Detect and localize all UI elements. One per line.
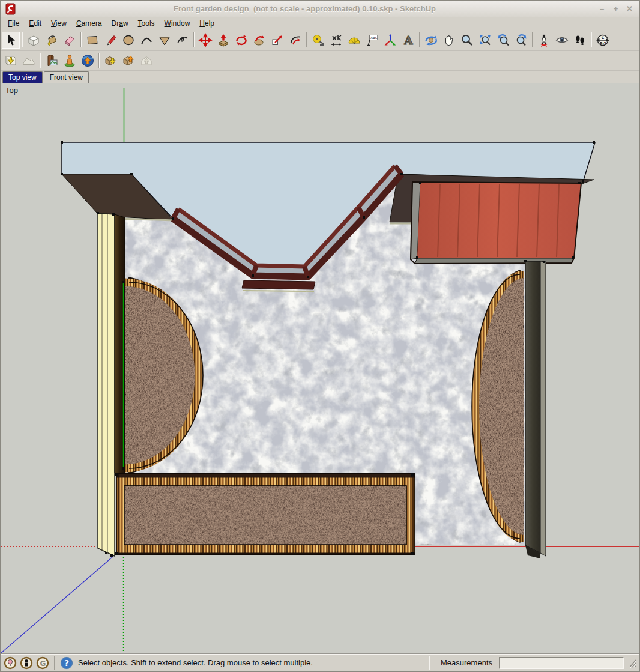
place-model-icon xyxy=(62,53,77,68)
zoom-next-tool-button[interactable] xyxy=(512,32,530,49)
viewport-canvas[interactable] xyxy=(1,83,639,653)
dimension-tool-button[interactable] xyxy=(327,32,345,49)
bay-window-sill xyxy=(242,280,315,289)
share-model-icon xyxy=(121,53,136,68)
rotate-tool-button[interactable] xyxy=(232,32,250,49)
help-icon[interactable]: ? xyxy=(60,656,73,670)
right-fence[interactable] xyxy=(525,261,546,558)
orbit-tool-button[interactable] xyxy=(422,32,440,49)
zoom-tool-button[interactable] xyxy=(458,32,476,49)
rectangle-tool-button[interactable] xyxy=(83,32,101,49)
photo-textures-button[interactable] xyxy=(43,52,61,69)
menu-edit[interactable]: Edit xyxy=(24,18,46,29)
menu-help[interactable]: Help xyxy=(195,18,219,29)
compass-tool-button[interactable]: CR-5 xyxy=(594,32,612,49)
freehand-tool-button[interactable] xyxy=(174,32,192,49)
get-current-view-button[interactable] xyxy=(2,52,20,69)
sketchup-logo-icon xyxy=(5,3,16,15)
get-models-button[interactable] xyxy=(101,52,119,69)
look-around-icon xyxy=(555,33,569,47)
garage-roof[interactable] xyxy=(411,182,581,264)
zoom-next-icon xyxy=(514,33,528,47)
position-camera-tool-button[interactable] xyxy=(535,32,553,49)
look-around-tool-button[interactable] xyxy=(553,32,571,49)
signin-icon[interactable]: G xyxy=(36,656,49,670)
toolbar-separator xyxy=(193,32,195,47)
orbit-icon xyxy=(424,33,438,47)
bottom-planter[interactable] xyxy=(116,473,415,555)
measurements-label: Measurements xyxy=(441,658,492,667)
menu-tools[interactable]: Tools xyxy=(133,18,160,29)
pan-icon xyxy=(442,33,456,47)
make-component-icon xyxy=(26,33,41,47)
statusbar-separator xyxy=(429,656,430,670)
get-models-icon xyxy=(103,53,118,68)
menu-camera[interactable]: Camera xyxy=(71,18,107,29)
tab-top-view[interactable]: Top view xyxy=(2,71,43,83)
circle-tool-button[interactable] xyxy=(119,32,137,49)
paint-bucket-icon xyxy=(44,33,59,47)
place-model-button[interactable] xyxy=(61,52,79,69)
protractor-tool-button[interactable] xyxy=(345,32,363,49)
zoom-previous-tool-button[interactable] xyxy=(494,32,512,49)
make-component-tool-button[interactable] xyxy=(25,32,43,49)
menu-draw[interactable]: Draw xyxy=(107,18,133,29)
maximize-button[interactable]: + xyxy=(611,4,621,13)
pan-tool-button[interactable] xyxy=(440,32,458,49)
arc-tool-button[interactable] xyxy=(137,32,155,49)
tab-front-view[interactable]: Front view xyxy=(44,71,89,83)
share-component-icon xyxy=(139,53,154,68)
toggle-terrain-button[interactable] xyxy=(20,52,38,69)
3d-text-tool-button[interactable]: A xyxy=(399,32,417,49)
compass-icon: CR-5 xyxy=(596,33,610,47)
share-component-button[interactable] xyxy=(137,52,155,69)
scale-tool-button[interactable] xyxy=(268,32,286,49)
follow-me-tool-button[interactable] xyxy=(250,32,268,49)
zoom-window-tool-button[interactable] xyxy=(476,32,494,49)
photo-textures-icon xyxy=(44,53,59,68)
status-message: Select objects. Shift to extend select. … xyxy=(78,658,424,667)
resize-grip[interactable] xyxy=(628,658,636,668)
google-earth-button[interactable] xyxy=(79,52,97,69)
geolocation-icon[interactable] xyxy=(4,656,17,670)
position-camera-icon xyxy=(537,33,551,47)
line-tool-button[interactable] xyxy=(101,32,119,49)
scene-tab-bar: Top view Front view xyxy=(1,71,639,83)
polygon-tool-button[interactable] xyxy=(155,32,174,49)
eraser-tool-button[interactable] xyxy=(61,32,79,49)
zoom-window-icon xyxy=(478,33,492,47)
share-model-button[interactable] xyxy=(119,52,137,69)
axes-icon xyxy=(383,33,397,47)
menu-file[interactable]: File xyxy=(3,18,24,29)
offset-tool-button[interactable] xyxy=(286,32,304,49)
statusbar-separator xyxy=(54,656,55,670)
google-earth-icon xyxy=(80,53,95,68)
svg-text:G: G xyxy=(40,659,46,667)
scale-icon xyxy=(270,33,285,47)
menu-view[interactable]: View xyxy=(46,18,71,29)
move-icon xyxy=(198,33,213,47)
title-bar[interactable]: Front garden design (not to scale - appr… xyxy=(1,1,639,17)
toolbar-separator xyxy=(40,53,41,68)
toolbar-separator xyxy=(80,32,82,47)
paint-bucket-tool-button[interactable] xyxy=(43,32,61,49)
minimize-button[interactable]: – xyxy=(597,4,607,13)
model-viewport[interactable]: Top xyxy=(1,83,639,653)
arc-icon xyxy=(139,33,154,47)
select-tool-button[interactable] xyxy=(2,32,20,49)
credits-icon[interactable] xyxy=(20,656,33,670)
toolbar-separator xyxy=(98,53,100,68)
axes-tool-button[interactable] xyxy=(381,32,399,49)
move-tool-button[interactable] xyxy=(196,32,214,49)
push-pull-tool-button[interactable] xyxy=(214,32,232,49)
text-tool-button[interactable]: ABC xyxy=(363,32,381,49)
tape-measure-tool-button[interactable] xyxy=(309,32,327,49)
measurements-input[interactable] xyxy=(499,657,624,669)
walk-icon xyxy=(573,33,587,47)
zoom-icon xyxy=(460,33,474,47)
get-current-view-icon xyxy=(4,53,18,68)
menu-window[interactable]: Window xyxy=(160,18,195,29)
walk-tool-button[interactable] xyxy=(571,32,589,49)
close-button[interactable]: ✕ xyxy=(624,4,635,13)
yellow-panel[interactable] xyxy=(98,213,115,556)
